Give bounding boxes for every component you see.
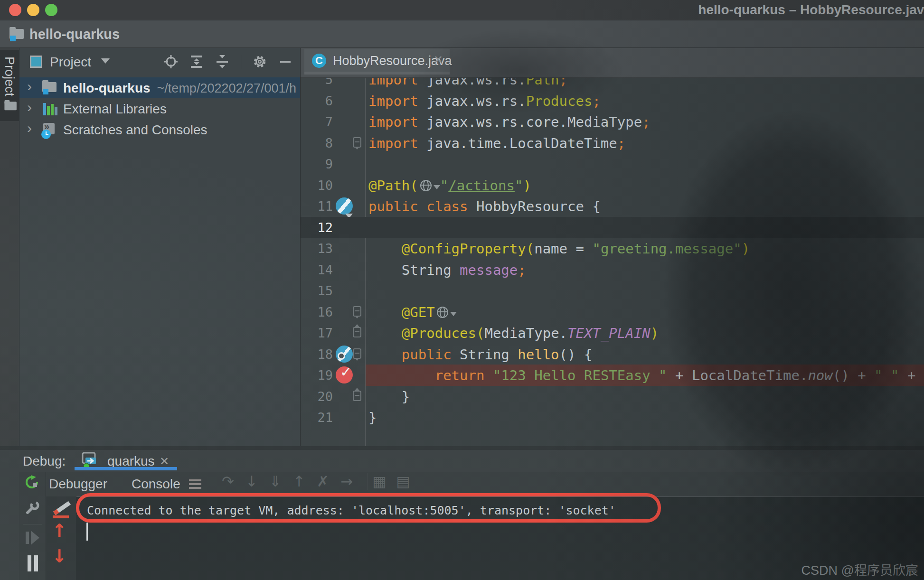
code-line[interactable]: 14 String message;: [301, 259, 924, 281]
locate-file-icon[interactable]: [164, 55, 178, 69]
code-text[interactable]: import javax.ws.rs.core.MediaType;: [368, 113, 651, 131]
editor-tab-hobbyresource[interactable]: C HobbyResource.java ✕: [304, 49, 450, 75]
chevron-down-icon[interactable]: [101, 58, 110, 64]
code-line[interactable]: 7import javax.ws.rs.core.MediaType;: [301, 111, 924, 132]
line-number: 7: [301, 114, 333, 129]
code-text[interactable]: String message;: [368, 262, 526, 279]
line-number: 20: [301, 389, 333, 404]
code-text[interactable]: public String hello() {: [368, 346, 592, 363]
fold-marker-icon[interactable]: [353, 391, 361, 401]
run-to-cursor-icon[interactable]: →: [335, 473, 358, 490]
tree-row-project-root[interactable]: › hello-quarkus~/temp/202202/27/001/h: [19, 77, 300, 98]
line-number: 8: [301, 136, 333, 150]
project-panel-header: Project: [19, 48, 300, 77]
line-number: 16: [301, 305, 333, 319]
project-panel-title[interactable]: Project: [50, 55, 91, 70]
code-text[interactable]: @ConfigProperty(name = "greeting.message…: [368, 240, 750, 257]
code-line[interactable]: 19 return "123 Hello RESTEasy " + LocalD…: [301, 365, 924, 386]
debug-console-output[interactable]: Connected to the target VM, address: 'lo…: [76, 496, 924, 580]
settings-wrench-icon[interactable]: [25, 500, 40, 515]
code-line[interactable]: 16 @GET: [301, 301, 924, 323]
rerun-icon[interactable]: [25, 475, 40, 490]
code-line[interactable]: 20 }: [301, 386, 924, 407]
code-line[interactable]: 13 @ConfigProperty(name = "greeting.mess…: [301, 238, 924, 259]
rest-endpoint-icon[interactable]: [336, 346, 353, 363]
code-area[interactable]: 5import javax.ws.rs.Path;6import javax.w…: [301, 69, 924, 446]
collapse-all-icon[interactable]: [215, 55, 229, 69]
restore-layout-icon[interactable]: ▤: [391, 473, 415, 490]
threads-menu-icon[interactable]: [189, 479, 201, 490]
close-window-icon[interactable]: [9, 4, 21, 16]
step-over-icon[interactable]: ↷: [216, 473, 240, 490]
code-segment: }: [368, 389, 410, 405]
project-folder-icon: [42, 80, 58, 96]
project-stripe-label: Project: [2, 56, 17, 96]
code-line[interactable]: 17 @Produces(MediaType.TEXT_PLAIN): [301, 322, 924, 344]
zoom-window-icon[interactable]: [45, 4, 57, 16]
project-path: ~/temp/202202/27/001/h: [151, 81, 297, 95]
code-text[interactable]: import java.time.LocalDateTime;: [368, 135, 625, 152]
code-line[interactable]: 9: [301, 153, 924, 175]
edit-highlight-icon[interactable]: [52, 501, 71, 520]
fold-marker-icon[interactable]: [353, 137, 361, 148]
code-text[interactable]: import javax.ws.rs.Produces;: [368, 93, 601, 110]
pause-program-icon[interactable]: [26, 555, 40, 571]
code-text[interactable]: }: [368, 388, 410, 405]
code-text[interactable]: @GET: [368, 304, 457, 321]
code-text[interactable]: }: [368, 409, 377, 426]
close-tab-icon[interactable]: ✕: [160, 455, 169, 468]
tab-console[interactable]: Console: [132, 477, 180, 492]
tree-row-external-libraries[interactable]: › External Libraries: [19, 98, 300, 119]
force-step-into-icon[interactable]: ⇓: [264, 473, 287, 490]
code-line[interactable]: 18 public String hello() {: [301, 344, 924, 365]
horizontal-splitter[interactable]: [0, 446, 924, 450]
code-segment: @Produces(: [402, 325, 485, 341]
line-number: 13: [301, 241, 333, 256]
chevron-right-icon[interactable]: ›: [27, 99, 32, 115]
chevron-right-icon[interactable]: ›: [27, 78, 32, 94]
code-text[interactable]: @Produces(MediaType.TEXT_PLAIN): [368, 325, 659, 342]
fold-marker-icon[interactable]: [353, 348, 361, 359]
folder-icon[interactable]: [3, 99, 19, 112]
line-number: 15: [301, 283, 333, 298]
code-text[interactable]: return "123 Hello RESTEasy " + LocalDate…: [368, 367, 924, 384]
breakpoint-icon[interactable]: [336, 366, 353, 384]
code-segment: ;: [518, 262, 526, 278]
evaluate-expression-icon[interactable]: ▦: [367, 473, 391, 490]
gear-icon[interactable]: [253, 55, 267, 69]
code-segment: ": [440, 178, 448, 194]
window-title: hello-quarkus – HobbyResource.java: [698, 2, 924, 18]
code-segment: message: [460, 262, 518, 278]
code-line[interactable]: 11public class HobbyResource {: [301, 196, 924, 217]
minimize-window-icon[interactable]: [27, 4, 39, 16]
code-line[interactable]: 10@Path("/actions"): [301, 175, 924, 196]
code-line[interactable]: 6import javax.ws.rs.Produces;: [301, 90, 924, 112]
code-segment: [368, 304, 402, 320]
resume-program-icon[interactable]: [26, 531, 40, 545]
down-stack-trace-icon[interactable]: ↓: [52, 546, 67, 567]
code-line[interactable]: 15: [301, 280, 924, 301]
code-line[interactable]: 21}: [301, 407, 924, 428]
step-out-icon[interactable]: ↑: [287, 473, 311, 490]
step-into-icon[interactable]: ↓: [240, 473, 264, 490]
hide-panel-icon[interactable]: [278, 55, 292, 69]
breadcrumb[interactable]: hello-quarkus: [29, 27, 120, 42]
console-message[interactable]: Connected to the target VM, address: 'lo…: [87, 504, 616, 517]
up-stack-trace-icon[interactable]: ↑: [52, 520, 67, 541]
code-segment: "123 Hello RESTEasy ": [493, 367, 667, 384]
code-text[interactable]: @Path("/actions"): [368, 177, 531, 194]
bean-marker-icon[interactable]: [336, 197, 353, 215]
globe-icon: [437, 307, 448, 318]
java-class-icon: C: [312, 54, 326, 68]
fold-marker-icon[interactable]: [353, 327, 361, 337]
tab-debugger[interactable]: Debugger: [49, 477, 107, 492]
code-line[interactable]: 12: [301, 217, 924, 238]
chevron-right-icon[interactable]: ›: [27, 120, 32, 136]
tree-row-scratches[interactable]: › » Scratches and Consoles: [19, 119, 300, 140]
code-line[interactable]: 8import java.time.LocalDateTime;: [301, 132, 924, 154]
code-text[interactable]: public class HobbyResource {: [368, 198, 601, 215]
fold-marker-icon[interactable]: [353, 306, 361, 317]
expand-all-icon[interactable]: [189, 55, 204, 69]
close-tab-icon[interactable]: ✕: [434, 53, 443, 66]
drop-frame-icon[interactable]: ✗: [311, 473, 335, 490]
